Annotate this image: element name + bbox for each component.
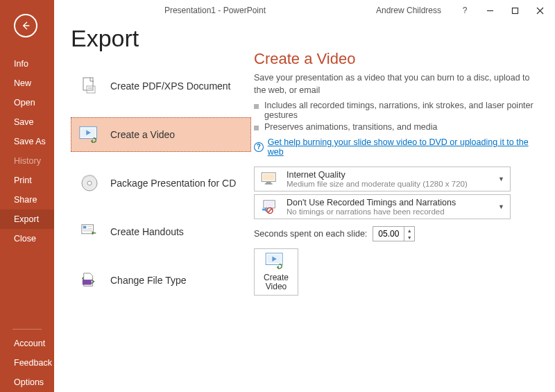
spinner-down[interactable]: ▼: [404, 234, 414, 241]
detail-description: Save your presentation as a video that y…: [254, 72, 540, 96]
nav-info[interactable]: Info: [0, 54, 54, 74]
svg-rect-18: [265, 202, 274, 207]
chevron-down-icon: ▼: [498, 176, 504, 182]
svg-rect-14: [263, 174, 274, 180]
bullet-square-icon: [254, 126, 259, 130]
nav-save-as[interactable]: Save As: [0, 132, 54, 151]
minimize-button[interactable]: [477, 0, 502, 21]
nav-print[interactable]: Print: [0, 171, 54, 190]
titlebar: Presentation1 - PowerPoint Andrew Childr…: [54, 0, 555, 21]
svg-point-9: [87, 181, 92, 185]
create-video-label: Create Video: [264, 273, 289, 291]
restore-icon: [511, 7, 519, 15]
export-item-label: Change File Type: [110, 275, 186, 286]
export-package-cd[interactable]: Package Presentation for CD: [71, 166, 251, 201]
chevron-down-icon: ▼: [498, 203, 504, 210]
quality-dropdown[interactable]: Internet Quality Medium file size and mo…: [254, 167, 511, 191]
help-link[interactable]: Get help burning your slide show video t…: [268, 137, 540, 157]
cd-icon: [78, 172, 101, 194]
nav-share[interactable]: Share: [0, 190, 54, 210]
handouts-icon: [78, 221, 101, 243]
help-info-icon: ?: [254, 142, 264, 152]
export-create-video[interactable]: Create a Video: [71, 117, 251, 152]
timings-dropdown[interactable]: Don't Use Recorded Timings and Narration…: [254, 194, 511, 219]
svg-rect-16: [265, 183, 273, 184]
nav-feedback[interactable]: Feedback: [0, 353, 54, 373]
quality-title: Internet Quality: [287, 170, 468, 180]
minimize-icon: [486, 7, 494, 15]
export-detail-panel: Create a Video Save your presentation as…: [251, 25, 548, 392]
export-create-handouts[interactable]: Create Handouts: [71, 214, 251, 249]
backstage-sidebar: Info New Open Save Save As History Print…: [0, 0, 54, 392]
restore-button[interactable]: [502, 0, 527, 21]
svg-rect-11: [83, 226, 87, 229]
video-slide-icon: [265, 253, 287, 271]
seconds-input[interactable]: [373, 227, 404, 241]
svg-marker-7: [91, 139, 93, 144]
monitor-icon: [260, 171, 280, 187]
page-title: Export: [71, 25, 251, 52]
export-pdf-xps[interactable]: Create PDF/XPS Document: [71, 69, 251, 103]
close-button[interactable]: [527, 0, 552, 21]
timings-title: Don't Use Recorded Timings and Narration…: [287, 198, 456, 207]
seconds-spinner[interactable]: ▲ ▼: [373, 226, 415, 241]
arrow-left-icon: [20, 20, 31, 31]
quality-sub: Medium file size and moderate quality (1…: [287, 180, 468, 188]
nav-account[interactable]: Account: [0, 334, 54, 353]
detail-bullet: Preserves animations, transitions, and m…: [254, 122, 540, 132]
svg-marker-24: [277, 265, 279, 269]
svg-rect-12: [83, 280, 92, 284]
nav-close[interactable]: Close: [0, 229, 54, 248]
svg-rect-0: [512, 8, 518, 13]
spinner-up[interactable]: ▲: [404, 227, 414, 234]
export-change-file-type[interactable]: Change File Type: [71, 263, 251, 298]
bullet-square-icon: [254, 104, 259, 109]
svg-rect-3: [88, 87, 94, 89]
sidebar-divider: [12, 329, 42, 330]
svg-rect-15: [266, 182, 271, 184]
seconds-label: Seconds spent on each slide:: [254, 229, 367, 239]
help-button[interactable]: ?: [452, 0, 477, 21]
pdf-document-icon: [78, 75, 101, 97]
detail-bullet: Includes all recorded timings, narration…: [254, 101, 540, 120]
nav-new[interactable]: New: [0, 74, 54, 93]
detail-heading: Create a Video: [254, 50, 540, 68]
export-item-label: Package Presentation for CD: [110, 178, 236, 189]
export-item-label: Create a Video: [110, 129, 175, 140]
export-item-label: Create PDF/XPS Document: [110, 80, 231, 92]
export-options-column: Export Create PDF/XPS Document Create a …: [71, 25, 251, 392]
nav-export[interactable]: Export: [0, 210, 54, 229]
nav-history[interactable]: History: [0, 151, 54, 171]
nav-options[interactable]: Options: [0, 373, 54, 392]
video-slide-icon: [78, 123, 101, 146]
export-item-label: Create Handouts: [110, 226, 184, 237]
close-icon: [536, 7, 544, 15]
user-name[interactable]: Andrew Childress: [376, 6, 441, 15]
nav-save[interactable]: Save: [0, 112, 54, 132]
nav-open[interactable]: Open: [0, 93, 54, 112]
window-title: Presentation1 - PowerPoint: [54, 6, 376, 15]
create-video-button[interactable]: Create Video: [254, 248, 298, 296]
file-type-icon: [78, 269, 101, 291]
back-button[interactable]: [14, 14, 37, 37]
no-audio-icon: [260, 198, 280, 215]
timings-sub: No timings or narrations have been recor…: [287, 207, 456, 216]
main-area: Presentation1 - PowerPoint Andrew Childr…: [54, 0, 555, 392]
